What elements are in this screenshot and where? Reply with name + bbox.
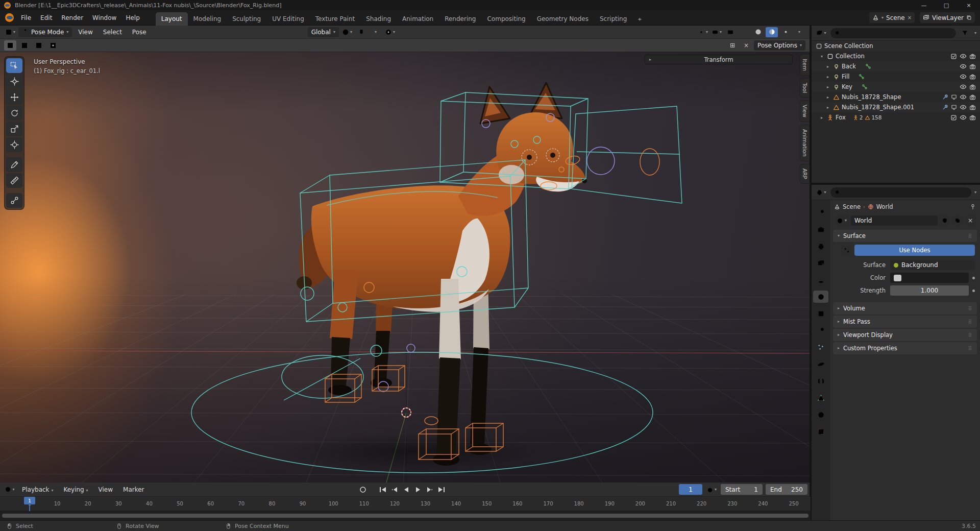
tab-texture[interactable] [813, 425, 828, 438]
mode-dropdown[interactable]: Pose Mode ▾ [18, 27, 72, 37]
outliner-row-collection[interactable]: ▾ Collection [812, 51, 980, 61]
workspace-tab-sculpting[interactable]: Sculpting [227, 12, 266, 26]
camera-icon[interactable] [969, 114, 976, 121]
tool-pose-breakdowner-button[interactable] [6, 193, 22, 208]
minimize-button[interactable]: — [913, 0, 935, 10]
timeline-menu-marker[interactable]: Marker [119, 485, 148, 495]
transform-orientation-dropdown[interactable]: Global ▾ [308, 27, 339, 37]
sidebar-tab-item[interactable]: Item [800, 54, 810, 76]
tool-rotate-button[interactable] [6, 106, 22, 120]
show-overlays-button[interactable]: ▾ [710, 27, 723, 37]
select-mode-invert-button[interactable] [47, 40, 59, 51]
shading-rendered-button[interactable] [779, 27, 792, 37]
toggle-xray-button[interactable] [724, 27, 737, 37]
add-workspace-button[interactable]: ＋ [632, 13, 647, 26]
camera-icon[interactable] [969, 63, 976, 70]
mist-pass-panel-header[interactable]: ▸ Mist Pass ⠿ [833, 316, 977, 328]
select-mode-set-button[interactable] [4, 40, 16, 51]
menu-help[interactable]: Help [121, 12, 144, 23]
tool-annotate-button[interactable] [6, 157, 22, 172]
tab-constraints[interactable] [813, 375, 828, 387]
strength-slider[interactable]: 1.000 [890, 285, 969, 296]
tab-modifiers[interactable] [813, 324, 828, 336]
outliner-row-fill[interactable]: ▸ Fill [812, 71, 980, 82]
scene-selector[interactable]: ▾ Scene × [869, 12, 915, 23]
tool-select-box-button[interactable] [6, 58, 22, 73]
custom-properties-panel-header[interactable]: ▸ Custom Properties ⠿ [833, 342, 977, 354]
pose-options-dropdown[interactable]: Pose Options ▾ [754, 40, 805, 51]
frame-end-field[interactable]: End250 [766, 484, 807, 495]
tool-cursor-button[interactable] [6, 74, 22, 89]
properties-editor-type-button[interactable]: ▾ [815, 187, 827, 198]
scene-unlink-icon[interactable]: × [908, 15, 912, 20]
properties-search-input[interactable] [830, 187, 971, 198]
outliner-row-fox[interactable]: ▸ Fox 2 158 [812, 112, 980, 123]
checkbox-icon[interactable] [950, 53, 957, 60]
eye-icon[interactable] [960, 114, 967, 121]
outliner-search-input[interactable] [830, 28, 956, 38]
workspace-tab-geometrynodes[interactable]: Geometry Nodes [531, 12, 594, 26]
eye-icon[interactable] [960, 93, 967, 101]
workspace-tab-uvediting[interactable]: UV Editing [266, 12, 310, 26]
tool-measure-button[interactable] [6, 173, 22, 188]
menu-file[interactable]: File [16, 12, 36, 23]
workspace-tab-compositing[interactable]: Compositing [481, 12, 531, 26]
tab-physics[interactable] [813, 358, 828, 370]
play-button[interactable] [412, 485, 423, 495]
horizontal-scrollbar[interactable] [2, 514, 808, 518]
tab-render[interactable] [813, 223, 828, 235]
play-reverse-button[interactable] [401, 485, 411, 495]
outliner-row-key[interactable]: ▸ Key [812, 82, 980, 92]
show-gizmo-button[interactable]: ▾ [697, 27, 709, 37]
close-button[interactable]: × [958, 0, 980, 10]
viewlayer-copy-icon[interactable] [966, 15, 972, 20]
outliner-editor-type-button[interactable]: ▾ [815, 28, 827, 38]
monitor-icon[interactable] [951, 104, 957, 110]
world-name-field[interactable]: World [851, 215, 938, 226]
timeline-menu-view[interactable]: View [94, 485, 117, 495]
breadcrumb-world[interactable]: World [876, 203, 893, 210]
use-nodes-button[interactable]: Use Nodes [854, 245, 975, 256]
outliner-row-back[interactable]: ▸ Back [812, 61, 980, 71]
eye-icon[interactable] [960, 63, 967, 70]
menu-render[interactable]: Render [57, 12, 88, 23]
select-mode-subtract-button[interactable] [33, 40, 45, 51]
viewlayer-selector[interactable]: ViewLayer [920, 12, 975, 23]
collapse-icon[interactable]: ▸ [825, 95, 831, 100]
tab-material[interactable] [813, 408, 828, 421]
eye-icon[interactable] [960, 83, 967, 90]
shading-solid-button[interactable] [752, 27, 764, 37]
volume-panel-header[interactable]: ▸ Volume ⠿ [833, 302, 977, 315]
surface-panel-header[interactable]: ▾ Surface ⠿ [833, 230, 977, 242]
new-copy-button[interactable] [952, 215, 963, 226]
camera-icon[interactable] [969, 84, 976, 90]
jump-next-keyframe-button[interactable] [424, 485, 435, 495]
world-browse-button[interactable]: ▾ [834, 215, 849, 226]
tool-transform-button[interactable] [6, 137, 22, 152]
workspace-tab-layout[interactable]: Layout [156, 12, 188, 26]
menu-edit[interactable]: Edit [36, 12, 57, 23]
pivot-point-button[interactable]: ▾ [341, 27, 353, 37]
sidebar-tab-view[interactable]: View [800, 100, 810, 122]
timeline-ruler[interactable]: 1102030405060708090100110120130140150160… [0, 497, 811, 511]
camera-icon[interactable] [969, 94, 976, 101]
timeline-editor-type-button[interactable]: ▾ [4, 485, 16, 495]
shading-options-dropdown[interactable]: ▾ [793, 27, 805, 37]
select-mode-extend-button[interactable] [18, 40, 31, 51]
maximize-button[interactable]: □ [935, 0, 958, 10]
tab-world[interactable] [813, 291, 828, 303]
outliner-row-nubis-shape-001[interactable]: ▸ Nubis_18728_Shape.001 [812, 102, 980, 112]
shading-wireframe-button[interactable] [738, 27, 750, 37]
timeline-menu-keying[interactable]: Keying ▾ [59, 485, 92, 495]
outliner-row-scene-collection[interactable]: Scene Collection [812, 41, 980, 51]
workspace-tab-shading[interactable]: Shading [360, 12, 397, 26]
jump-to-end-button[interactable] [436, 485, 447, 495]
camera-icon[interactable] [969, 104, 976, 111]
monitor-icon[interactable] [951, 94, 957, 100]
current-frame-field[interactable]: 1 [679, 484, 702, 495]
outliner-row-nubis-shape[interactable]: ▸ Nubis_18728_Shape [812, 92, 980, 102]
frame-start-field[interactable]: Start1 [721, 484, 763, 495]
sidebar-tab-arp[interactable]: ARP [800, 164, 810, 184]
workspace-tab-rendering[interactable]: Rendering [439, 12, 481, 26]
shading-material-button[interactable] [766, 27, 778, 37]
